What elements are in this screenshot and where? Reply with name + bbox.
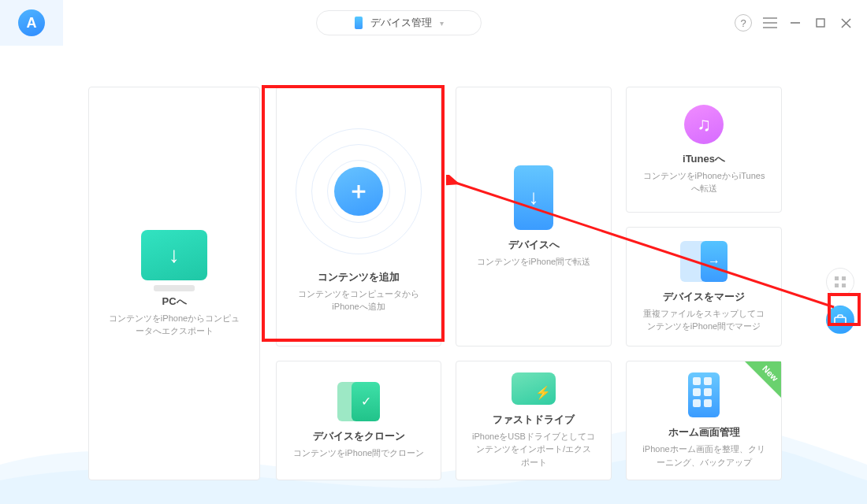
svg-rect-3 [835,284,839,287]
title-bar-center: デバイス管理 ▾ [69,10,728,35]
card-title: ホーム画面管理 [668,425,740,439]
card-desc: 重複ファイルをスキップしてコンテンツをiPhone間でマージ [638,307,770,333]
title-bar: A デバイス管理 ▾ ? [0,0,867,46]
card-desc: iPhoneをUSBドライブとしてコンテンツをインポート/エクスポート [467,430,600,469]
svg-rect-5 [835,317,846,324]
monitor-icon: ↓ [141,230,207,280]
card-add-content[interactable]: ＋ コンテンツを追加 コンテンツをコンピュータからiPhoneへ追加 [276,87,441,346]
card-to-device[interactable]: ↓ デバイスへ コンテンツをiPhone間で転送 [456,87,612,346]
svg-rect-4 [842,284,846,287]
card-pc-export[interactable]: ↓ PCへ コンテンツをiPhoneからコンピュータへエクスポート [88,87,260,480]
svg-rect-0 [817,19,824,27]
card-itunes[interactable]: ♫ iTunesへ コンテンツをiPhoneからiTunesへ転送 [626,87,782,213]
maximize-icon[interactable] [813,16,828,30]
merge-icon: → [680,241,727,282]
card-desc: コンテンツをiPhoneからコンピュータへエクスポート [100,312,248,338]
card-desc: コンテンツをiPhone間で転送 [472,255,595,269]
card-desc: コンテンツをiPhoneからiTunesへ転送 [638,169,770,195]
minimize-icon[interactable] [788,16,802,30]
menu-icon[interactable] [763,16,777,30]
card-title: ファストドライブ [493,413,575,427]
svg-rect-2 [842,276,846,280]
card-title: デバイスをクローン [313,429,405,443]
card-title: デバイスへ [508,238,560,252]
chevron-down-icon: ▾ [440,19,444,28]
close-icon[interactable] [839,16,853,30]
card-title: コンテンツを追加 [318,270,400,284]
itunes-icon: ♫ [684,105,724,144]
grid-view-button[interactable] [826,268,854,296]
device-label: デバイス管理 [370,16,432,30]
card-title: iTunesへ [683,152,725,166]
card-desc: コンテンツをコンピュータからiPhoneへ追加 [288,287,430,313]
phone-icon [355,17,363,29]
card-desc: iPhoneホーム画面を整理、クリーニング、バックアップ [638,443,770,469]
help-icon[interactable]: ? [735,14,752,32]
app-logo-icon: A [18,9,45,36]
device-dropdown[interactable]: デバイス管理 ▾ [316,10,482,35]
card-desc: コンテンツをiPhone間でクローン [288,447,429,460]
side-toolbar [826,268,854,334]
download-arrow-icon: ↓ [169,243,180,268]
window-controls: ? [735,14,853,32]
card-home-screen[interactable]: New ホーム画面管理 iPhoneホーム画面を整理、クリーニング、バックアップ [626,361,782,480]
plus-icon: ＋ [334,167,383,216]
card-merge[interactable]: → デバイスをマージ 重複ファイルをスキップしてコンテンツをiPhone間でマー… [626,227,782,346]
card-clone[interactable]: ✓ デバイスをクローン コンテンツをiPhone間でクローン [276,361,441,480]
home-screen-icon [688,372,720,417]
main-grid: ↓ PCへ コンテンツをiPhoneからコンピュータへエクスポート ＋ コンテン… [0,46,867,504]
toolbox-button[interactable] [826,306,854,334]
card-title: デバイスをマージ [663,290,745,304]
app-logo-area: A [0,0,63,46]
phone-download-icon: ↓ [514,165,553,230]
clone-icon: ✓ [337,382,380,421]
svg-rect-1 [835,276,839,280]
card-title: PCへ [162,295,186,309]
add-icon-rings: ＋ [288,120,430,262]
card-fast-drive[interactable]: ⚡ ファストドライブ iPhoneをUSBドライブとしてコンテンツをインポート/… [456,361,612,480]
drive-icon: ⚡ [512,372,556,405]
